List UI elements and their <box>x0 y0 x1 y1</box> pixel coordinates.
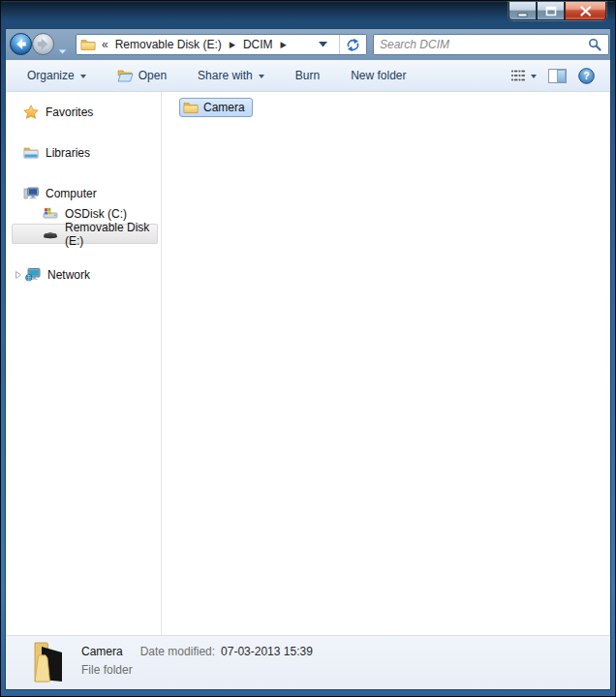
navigation-band: « Removable Disk (E:) ▶ DCIM ▶ <box>6 29 610 60</box>
sidebar-item-network[interactable]: Network <box>12 264 158 285</box>
chevron-down-icon <box>80 75 86 81</box>
chevron-down-icon <box>319 42 327 47</box>
recent-pages-dropdown[interactable] <box>57 42 68 59</box>
maximize-icon <box>542 4 560 18</box>
back-arrow-icon <box>15 38 27 50</box>
breadcrumb: « Removable Disk (E:) ▶ DCIM ▶ <box>77 35 339 54</box>
details-pane: Camera Date modified: 07-03-2013 15:39 F… <box>6 635 610 689</box>
toolbar-right-group: ? <box>510 68 595 84</box>
open-button[interactable]: Open <box>117 69 167 82</box>
open-label: Open <box>139 69 167 82</box>
details-primary-line: Camera Date modified: 07-03-2013 15:39 <box>81 645 313 658</box>
computer-icon <box>23 186 39 200</box>
change-view-button[interactable] <box>510 69 537 82</box>
libraries-icon <box>23 146 39 160</box>
chevron-down-icon <box>531 75 537 81</box>
share-with-button[interactable]: Share with <box>198 69 264 82</box>
sidebar-item-label: OSDisk (C:) <box>65 207 127 221</box>
search-input[interactable] <box>374 38 586 51</box>
preview-pane-icon <box>548 69 567 83</box>
breadcrumb-separator-icon[interactable]: ▶ <box>230 40 235 49</box>
file-item-camera[interactable]: Camera <box>179 98 253 117</box>
sidebar-item-label: Removable Disk (E:) <box>65 221 157 248</box>
new-folder-label: New folder <box>351 69 406 82</box>
breadcrumb-item-drive[interactable]: Removable Disk (E:) <box>113 38 224 51</box>
back-button[interactable] <box>10 33 32 55</box>
sidebar-item-libraries[interactable]: Libraries <box>12 142 158 163</box>
forward-arrow-icon <box>37 38 49 50</box>
preview-pane-button[interactable] <box>548 69 567 83</box>
file-list[interactable]: Camera <box>162 92 610 635</box>
sidebar-item-removable-disk[interactable]: Removable Disk (E:) <box>12 224 158 244</box>
sidebar-item-label: Network <box>47 268 90 282</box>
address-dropdown[interactable] <box>311 42 335 47</box>
breadcrumb-overflow[interactable]: « <box>102 38 108 51</box>
address-bar[interactable]: « Removable Disk (E:) ▶ DCIM ▶ <box>76 34 367 55</box>
folder-icon <box>183 101 199 114</box>
chevron-down-icon <box>259 75 264 81</box>
maximize-button[interactable] <box>537 2 565 20</box>
burn-button[interactable]: Burn <box>295 69 320 82</box>
close-button[interactable] <box>565 2 606 20</box>
date-modified-value: 07-03-2013 15:39 <box>221 645 313 658</box>
sidebar-item-label: Libraries <box>46 146 90 160</box>
chevron-down-icon <box>57 48 68 55</box>
help-button[interactable]: ? <box>578 68 595 84</box>
client-area: « Removable Disk (E:) ▶ DCIM ▶ <box>6 29 610 689</box>
sidebar-item-favorites[interactable]: Favorites <box>12 102 158 122</box>
date-modified-label: Date modified: <box>140 645 215 658</box>
star-icon <box>23 105 39 119</box>
organize-button[interactable]: Organize <box>27 69 86 82</box>
os-disk-icon <box>43 207 58 220</box>
share-with-label: Share with <box>198 69 253 82</box>
navigation-pane: Favorites Libraries <box>6 92 162 635</box>
sidebar-item-computer[interactable]: Computer <box>12 183 158 203</box>
open-folder-icon <box>117 69 134 82</box>
refresh-button[interactable] <box>340 35 366 54</box>
explorer-window: « Removable Disk (E:) ▶ DCIM ▶ <box>0 0 616 697</box>
expand-triangle-icon[interactable] <box>15 270 22 280</box>
window-controls <box>508 2 606 20</box>
minimize-icon <box>514 4 532 18</box>
open-folder-large-icon <box>29 641 72 689</box>
file-item-label: Camera <box>203 101 245 114</box>
breadcrumb-separator-icon[interactable]: ▶ <box>281 40 287 49</box>
svg-text:?: ? <box>583 70 589 81</box>
minimize-button[interactable] <box>508 2 537 20</box>
command-toolbar: Organize Open Share with Burn <box>6 60 610 92</box>
burn-label: Burn <box>295 69 320 82</box>
sidebar-item-label: Computer <box>46 187 97 200</box>
organize-label: Organize <box>27 69 75 82</box>
explorer-body: Favorites Libraries <box>6 92 610 635</box>
details-file-type: File folder <box>81 663 133 677</box>
folder-icon <box>80 38 96 51</box>
removable-disk-icon <box>43 228 58 240</box>
close-icon <box>577 4 595 18</box>
breadcrumb-item-dcim[interactable]: DCIM <box>241 38 275 51</box>
sidebar-item-label: Favorites <box>46 106 93 119</box>
details-file-name: Camera <box>81 645 123 658</box>
view-tiles-icon <box>510 69 525 82</box>
help-icon: ? <box>578 68 595 84</box>
new-folder-button[interactable]: New folder <box>351 69 406 82</box>
forward-button[interactable] <box>32 33 54 55</box>
refresh-icon <box>346 38 360 52</box>
network-icon <box>25 267 41 282</box>
search-icon[interactable] <box>586 38 608 51</box>
search-box[interactable] <box>373 34 609 55</box>
